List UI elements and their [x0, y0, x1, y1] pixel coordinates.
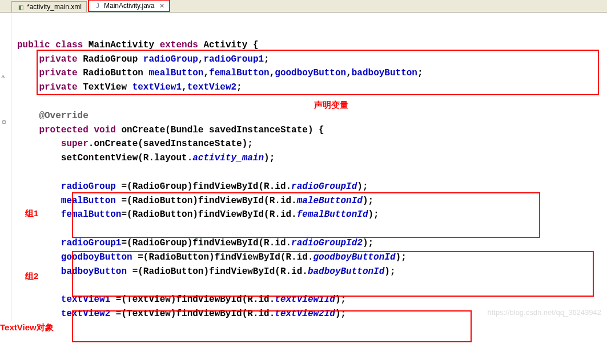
code-line: radioGroup =(RadioGroup)findViewById(R.i…: [17, 180, 607, 194]
annotation-box-group2: [72, 251, 594, 297]
annotation-box-textview: [72, 310, 472, 342]
tab-activity-main-xml[interactable]: ◧ *activity_main.xml: [11, 1, 87, 12]
fold-icon[interactable]: ⊟: [2, 118, 6, 127]
code-line: radioGroup1=(RadioGroup)findViewById(R.i…: [17, 236, 607, 250]
tab-main-activity-java[interactable]: J MainActivity.java ✕: [88, 0, 170, 12]
code-line: @Override: [17, 109, 607, 123]
watermark: https://blog.csdn.net/qq_36243942: [488, 307, 602, 318]
java-file-icon: J: [94, 2, 102, 10]
tab-label: *activity_main.xml: [27, 3, 82, 11]
annotation-label-vars: 声明变量: [314, 98, 348, 111]
warning-icon: ⚠: [1, 72, 5, 82]
code-line: super.onCreate(savedInstanceState);: [17, 137, 607, 151]
tab-label: MainActivity.java: [104, 2, 154, 10]
code-editor[interactable]: ⚠ ⊟ public class MainActivity extends Ac…: [0, 13, 607, 321]
code-line: [17, 95, 607, 109]
annotation-box-vars: [37, 50, 599, 95]
code-line: protected void onCreate(Bundle savedInst…: [17, 123, 607, 137]
annotation-label-group1: 组1: [25, 207, 38, 220]
gutter: ⚠ ⊟: [0, 13, 11, 321]
code-line: [17, 24, 607, 38]
annotation-box-group1: [72, 192, 540, 238]
tab-bar: ◧ *activity_main.xml J MainActivity.java…: [0, 0, 607, 13]
annotation-label-textview: TextView对象: [0, 321, 54, 334]
xml-file-icon: ◧: [17, 3, 25, 11]
code-line: setContentView(R.layout.activity_main);: [17, 151, 607, 165]
close-icon[interactable]: ✕: [159, 2, 164, 10]
annotation-label-group2: 组2: [25, 269, 38, 282]
code-line: [17, 165, 607, 180]
